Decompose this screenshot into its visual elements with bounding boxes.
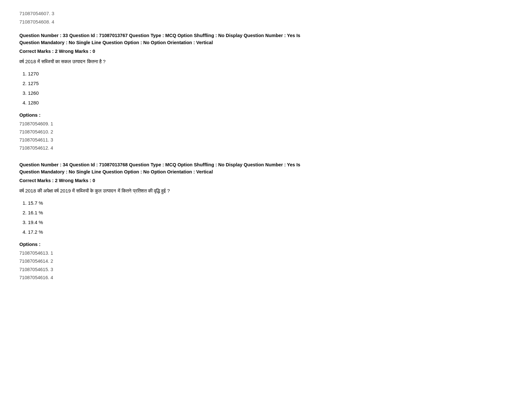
option-34-2: 2. 16.1 % <box>23 209 513 217</box>
option-33-4-text: 1280 <box>28 100 39 105</box>
question-33-options-label: Options : <box>19 111 513 119</box>
option-34-4-text: 17.2 % <box>28 229 43 235</box>
prev-entry-2: 71087054608. 4 <box>19 18 513 26</box>
option-34-3-text: 19.4 % <box>28 220 43 225</box>
option-33-2-text: 1275 <box>28 81 39 86</box>
question-34-meta-line1: Question Number : 34 Question Id : 71087… <box>19 162 300 167</box>
question-33: Question Number : 33 Question Id : 71087… <box>19 32 513 152</box>
option-id-34-3: 71087054615. 3 <box>19 266 513 273</box>
question-34-options: 1. 15.7 % 2. 16.1 % 3. 19.4 % 4. 17.2 % <box>19 199 513 236</box>
question-34: Question Number : 34 Question Id : 71087… <box>19 161 513 281</box>
option-id-33-1: 71087054609. 1 <box>19 120 513 128</box>
option-id-34-2: 71087054614. 2 <box>19 258 513 265</box>
option-34-4: 4. 17.2 % <box>23 228 513 236</box>
option-34-1: 1. 15.7 % <box>23 199 513 207</box>
prev-entry-1: 71087054607. 3 <box>19 10 513 17</box>
question-33-meta-line2: Question Mandatory : No Single Line Ques… <box>19 40 213 45</box>
question-34-meta: Question Number : 34 Question Id : 71087… <box>19 161 513 176</box>
question-34-text: वर्ष 2018 की अपेक्षा वर्ष 2019 में सब्जि… <box>19 187 513 195</box>
prev-entry-1-num: 3 <box>52 11 54 16</box>
option-34-3: 3. 19.4 % <box>23 219 513 226</box>
option-id-33-3: 71087054611. 3 <box>19 136 513 144</box>
option-33-3-text: 1260 <box>28 90 39 96</box>
prev-entry-2-id: 71087054608 <box>19 19 49 24</box>
option-33-4: 4. 1280 <box>23 99 513 107</box>
question-33-meta-line1: Question Number : 33 Question Id : 71087… <box>19 33 300 38</box>
question-33-options: 1. 1270 2. 1275 3. 1260 4. 1280 <box>19 70 513 107</box>
option-33-1: 1. 1270 <box>23 70 513 78</box>
option-id-34-4: 71087054616. 4 <box>19 274 513 281</box>
prev-entries: 71087054607. 3 71087054608. 4 <box>19 10 513 26</box>
question-33-meta: Question Number : 33 Question Id : 71087… <box>19 32 513 46</box>
prev-entry-1-id: 71087054607 <box>19 11 49 16</box>
question-33-text: वर्ष 2018 में सब्जियों का सकल उत्पादन कि… <box>19 58 513 65</box>
option-id-34-1: 71087054613. 1 <box>19 250 513 257</box>
option-33-3: 3. 1260 <box>23 89 513 97</box>
question-33-marks: Correct Marks : 2 Wrong Marks : 0 <box>19 48 513 55</box>
option-34-1-text: 15.7 % <box>28 200 43 206</box>
prev-entry-2-num: 4 <box>52 19 54 24</box>
question-33-option-ids: 71087054609. 1 71087054610. 2 7108705461… <box>19 120 513 152</box>
question-34-options-label: Options : <box>19 240 513 248</box>
option-33-1-text: 1270 <box>28 71 39 76</box>
question-34-option-ids: 71087054613. 1 71087054614. 2 7108705461… <box>19 250 513 281</box>
option-id-33-2: 71087054610. 2 <box>19 128 513 136</box>
question-34-meta-line2: Question Mandatory : No Single Line Ques… <box>19 169 213 174</box>
option-33-2: 2. 1275 <box>23 80 513 87</box>
option-id-33-4: 71087054612. 4 <box>19 144 513 152</box>
option-34-2-text: 16.1 % <box>28 210 43 215</box>
question-34-marks: Correct Marks : 2 Wrong Marks : 0 <box>19 177 513 184</box>
